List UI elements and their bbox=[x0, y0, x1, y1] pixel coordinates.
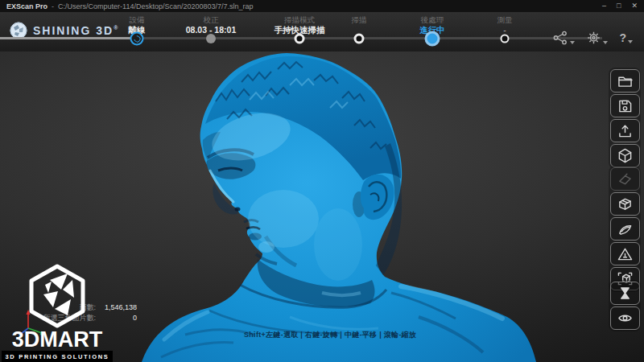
close-button[interactable]: ✕ bbox=[631, 0, 638, 12]
help-icon: ? bbox=[619, 31, 626, 44]
step-label: 測量 bbox=[456, 15, 553, 25]
step-dot bbox=[501, 35, 510, 43]
active-step-dot bbox=[425, 31, 440, 47]
model-view-button[interactable] bbox=[610, 144, 640, 167]
nav-step-calibration[interactable]: 校正 08.03 - 18:01 bbox=[163, 12, 259, 35]
edit-tool-group bbox=[609, 166, 641, 292]
visibility-eye-icon bbox=[617, 311, 634, 325]
cut-plane-button[interactable] bbox=[610, 192, 640, 216]
smooth-surface-icon bbox=[617, 222, 634, 237]
view-tool-group bbox=[609, 280, 641, 331]
chevron-down-icon bbox=[603, 41, 608, 44]
step-label: 校正 bbox=[163, 15, 259, 25]
watermark-title: 3DMART bbox=[2, 330, 113, 350]
save-button[interactable] bbox=[610, 94, 640, 117]
nav-step-measure[interactable]: 測量 - bbox=[456, 12, 553, 35]
3dmart-watermark: 3DMART 3D PRINTING SOLUTIONS bbox=[2, 262, 113, 362]
step-dot bbox=[206, 34, 216, 43]
minimize-button[interactable]: – bbox=[602, 0, 606, 12]
export-button[interactable] bbox=[610, 119, 640, 142]
step-dot bbox=[295, 34, 305, 44]
help-button[interactable]: ? bbox=[619, 31, 633, 44]
fill-holes-button bbox=[610, 167, 640, 191]
smooth-surface-button[interactable] bbox=[610, 217, 640, 241]
flip-normals-icon bbox=[617, 286, 634, 301]
viewport-3d[interactable]: 面數: 1,546,138 所選三角面片數: 0 Shift+左鍵-選取 | 右… bbox=[0, 51, 644, 362]
share-button[interactable] bbox=[552, 31, 575, 45]
project-file-path: C:/Users/Computer-114/Desktop/Scan/20200… bbox=[58, 2, 253, 10]
settings-gear-icon bbox=[586, 31, 601, 45]
export-icon bbox=[617, 124, 634, 138]
settings-button[interactable] bbox=[586, 31, 608, 45]
open-project-button[interactable] bbox=[610, 69, 640, 93]
visibility-button[interactable] bbox=[610, 306, 640, 330]
exscan-pro-window: EXScan Pro - C:/Users/Computer-114/Deskt… bbox=[0, 0, 644, 362]
title-separator: - bbox=[52, 2, 54, 10]
share-icon bbox=[552, 31, 568, 45]
progress-line bbox=[131, 37, 602, 39]
maximize-button[interactable]: □ bbox=[617, 0, 621, 12]
fill-holes-icon bbox=[617, 172, 634, 187]
app-title: EXScan Pro bbox=[6, 2, 47, 10]
viewport-hint-text: Shift+左鍵-選取 | 右鍵-旋轉 | 中鍵-平移 | 滾輪-縮放 bbox=[244, 330, 416, 340]
save-icon bbox=[617, 99, 634, 113]
flip-normals-button[interactable] bbox=[610, 282, 640, 305]
watermark-subtitle: 3D PRINTING SOLUTIONS bbox=[2, 351, 113, 362]
titlebar: EXScan Pro - C:/Users/Computer-114/Deskt… bbox=[0, 0, 644, 12]
simplify-triangle-button[interactable] bbox=[610, 242, 640, 265]
model-cube-icon bbox=[617, 148, 634, 163]
progress-line-left bbox=[0, 37, 131, 39]
chevron-down-icon bbox=[570, 41, 575, 44]
step-dot bbox=[354, 34, 365, 44]
open-folder-icon bbox=[617, 74, 634, 88]
cut-plane-icon bbox=[617, 196, 634, 212]
simplify-triangle-icon bbox=[617, 247, 634, 261]
workflow-navbar: SHINING 3D® 設備 離線 校正 08.03 - 18:01 掃描模式 … bbox=[0, 12, 644, 51]
device-status-dot bbox=[130, 32, 144, 46]
3dmart-hexagon-logo bbox=[26, 262, 89, 330]
file-tool-group bbox=[609, 68, 641, 169]
chevron-down-icon bbox=[628, 40, 633, 43]
